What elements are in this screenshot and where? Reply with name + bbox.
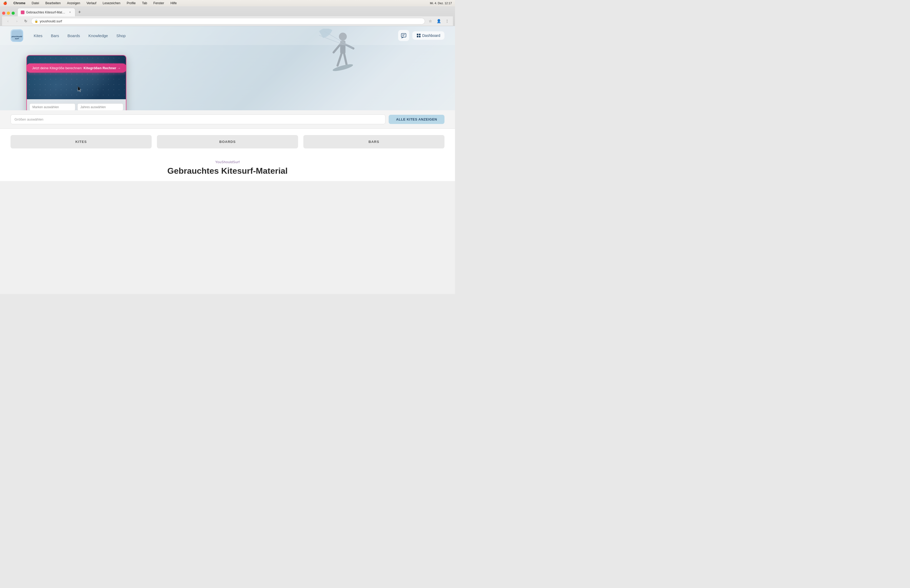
svg-rect-18 bbox=[419, 36, 420, 37]
address-bar: ‹ › ↻ 🔒 youshould.surf ☆ 👤 ⋮ bbox=[2, 16, 453, 26]
minimize-window-button[interactable] bbox=[7, 11, 10, 15]
apple-menu[interactable]: 🍎 bbox=[2, 1, 8, 5]
section-title: Gebrauchtes Kitesurf-Material bbox=[167, 166, 288, 176]
menu-tab[interactable]: Tab bbox=[141, 1, 148, 5]
categories-section: KITES BOARDS BARS bbox=[0, 129, 455, 155]
category-kites-button[interactable]: KITES bbox=[11, 135, 152, 149]
browser-chrome: Gebrauchtes Kitesurf-Mate… × + ‹ › ↻ 🔒 y… bbox=[0, 6, 455, 26]
tab-bar: Gebrauchtes Kitesurf-Mate… × + bbox=[2, 8, 453, 16]
close-window-button[interactable] bbox=[2, 11, 5, 15]
maximize-window-button[interactable] bbox=[11, 11, 15, 15]
menubar-right: Mi. 4. Dez. 12:17 bbox=[429, 1, 453, 5]
kite-calc-prefix: Jetzt deine Kitegröße berechnen: bbox=[32, 66, 83, 70]
reload-button[interactable]: ↻ bbox=[22, 17, 29, 25]
menu-datei[interactable]: Datei bbox=[31, 1, 40, 5]
menu-bearbeiten[interactable]: Bearbeiten bbox=[44, 1, 61, 5]
category-bars-button[interactable]: BARS bbox=[303, 135, 444, 149]
svg-line-2 bbox=[334, 44, 340, 52]
menu-hilfe[interactable]: Hilfe bbox=[169, 1, 178, 5]
nav-shop[interactable]: Shop bbox=[116, 34, 126, 38]
site-header: youshould surf Kites Bars Boards Knowled… bbox=[0, 26, 455, 45]
kite-calc-link: Kitegrößen Rechner → bbox=[84, 66, 121, 70]
svg-rect-12 bbox=[401, 34, 406, 37]
tab-title: Gebrauchtes Kitesurf-Mate… bbox=[26, 11, 66, 14]
svg-line-5 bbox=[344, 54, 347, 66]
nav-kites[interactable]: Kites bbox=[34, 34, 42, 38]
nav-bars[interactable]: Bars bbox=[51, 34, 59, 38]
logo-icon: youshould surf bbox=[11, 29, 23, 42]
nav-knowledge[interactable]: Knowledge bbox=[89, 34, 108, 38]
menu-button[interactable]: ⋮ bbox=[443, 17, 451, 25]
svg-rect-17 bbox=[417, 36, 419, 37]
show-all-kites-button[interactable]: ALLE KITES ANZEIGEN bbox=[389, 115, 444, 124]
svg-rect-16 bbox=[419, 34, 420, 35]
profile-button[interactable]: 👤 bbox=[435, 17, 442, 25]
dashboard-label: Dashboard bbox=[422, 34, 441, 38]
browser-tab-active[interactable]: Gebrauchtes Kitesurf-Mate… × bbox=[18, 8, 75, 16]
site-logo[interactable]: youshould surf bbox=[11, 29, 23, 42]
svg-rect-15 bbox=[417, 34, 419, 35]
new-tab-button[interactable]: + bbox=[76, 8, 83, 16]
website-content: youshould surf Kites Bars Boards Knowled… bbox=[0, 26, 455, 294]
tab-close-button[interactable]: × bbox=[68, 11, 72, 14]
section-brand: YouShouldSurf bbox=[215, 160, 240, 164]
size-select[interactable]: Größen auswählen bbox=[11, 115, 385, 124]
menu-anzeigen[interactable]: Anzeigen bbox=[66, 1, 81, 5]
url-lock-icon: 🔒 bbox=[34, 19, 38, 23]
app-name[interactable]: Chrome bbox=[12, 1, 26, 5]
bookmark-button[interactable]: ☆ bbox=[427, 17, 434, 25]
mouse-cursor bbox=[77, 86, 82, 91]
search-selects: Größen auswählen bbox=[11, 115, 385, 124]
address-bar-right: ☆ 👤 ⋮ bbox=[427, 17, 451, 25]
url-field[interactable]: 🔒 youshould.surf bbox=[31, 18, 425, 24]
menu-lesezeichen[interactable]: Lesezeichen bbox=[102, 1, 121, 5]
menu-fenster[interactable]: Fenster bbox=[152, 1, 165, 5]
category-boards-button[interactable]: BOARDS bbox=[157, 135, 298, 149]
kite-calculator-button[interactable]: Jetzt deine Kitegröße berechnen: Kitegrö… bbox=[26, 63, 126, 73]
section-header: YouShouldSurf Gebrauchtes Kitesurf-Mater… bbox=[0, 155, 455, 181]
site-nav: Kites Bars Boards Knowledge Shop bbox=[34, 34, 126, 38]
nav-boards[interactable]: Boards bbox=[68, 34, 80, 38]
svg-line-4 bbox=[338, 54, 341, 66]
menu-verlauf[interactable]: Verlauf bbox=[85, 1, 97, 5]
tab-favicon bbox=[21, 11, 24, 14]
hero-section: youshould surf Kites Bars Boards Knowled… bbox=[0, 26, 455, 110]
back-button[interactable]: ‹ bbox=[4, 17, 11, 25]
macos-menubar: 🍎 Chrome Datei Bearbeiten Anzeigen Verla… bbox=[0, 0, 455, 6]
chat-button[interactable] bbox=[398, 30, 409, 41]
menu-profile[interactable]: Profile bbox=[126, 1, 137, 5]
dashboard-button[interactable]: Dashboard bbox=[412, 31, 445, 40]
header-right: Dashboard bbox=[398, 30, 445, 41]
svg-text:surf: surf bbox=[15, 37, 19, 40]
kite-calc-popup: Jetzt deine Kitegröße berechnen: Kitegrö… bbox=[26, 55, 126, 110]
search-filter-bar: Größen auswählen ALLE KITES ANZEIGEN bbox=[0, 110, 455, 129]
url-text: youshould.surf bbox=[40, 19, 62, 23]
forward-button[interactable]: › bbox=[13, 17, 21, 25]
popup-content: Jetzt deine Kitegröße berechnen: Kitegrö… bbox=[27, 55, 126, 110]
svg-point-6 bbox=[332, 63, 354, 73]
menubar-time: Mi. 4. Dez. 12:17 bbox=[429, 1, 453, 5]
